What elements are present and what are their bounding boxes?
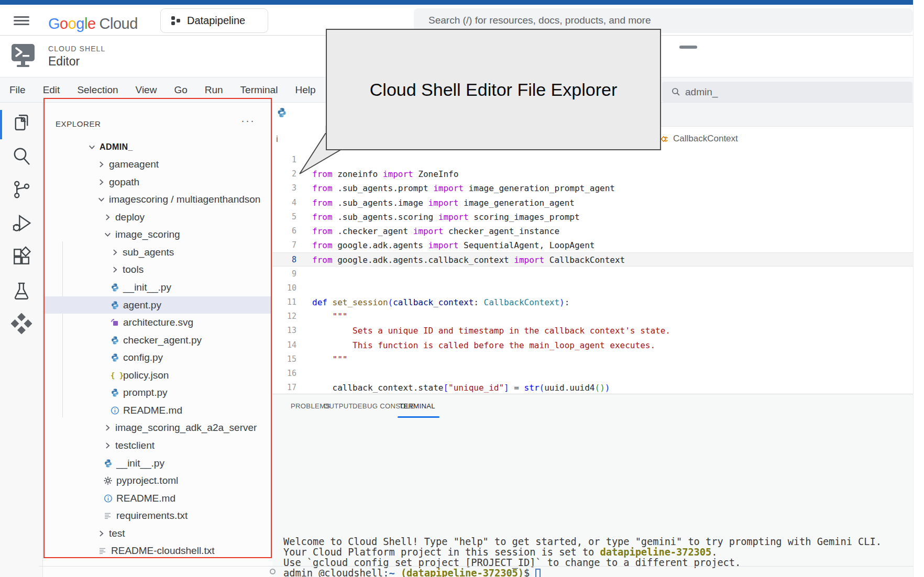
python-icon [277, 107, 287, 118]
tree-folder-imagescoring-multiagenthandson[interactable]: imagescoring / multiagenthandson [44, 191, 271, 208]
tree-file-checker-agent-py[interactable]: checker_agent.py [44, 331, 271, 349]
logo-letter: o [60, 15, 68, 32]
code-line-10[interactable]: 10 [272, 281, 913, 295]
tree-file-agent-py[interactable]: agent.py [44, 296, 271, 314]
code-line-3[interactable]: 3from .sub_agents.prompt import image_ge… [272, 181, 913, 195]
tree-file-readme-md[interactable]: README.md [44, 402, 271, 419]
explorer-files-icon[interactable] [11, 112, 32, 133]
line-number: 9 [272, 267, 296, 281]
code-line-9[interactable]: 9 [272, 267, 913, 281]
tree-folder-gameagent[interactable]: gameagent [44, 156, 271, 173]
active-view-indicator [0, 110, 2, 139]
bottom-panel: PROBLEMSOUTPUTDEBUG CONSOLETERMINAL Welc… [272, 394, 913, 577]
logo-cloud-text: Cloud [100, 15, 138, 32]
tree-file--init-py[interactable]: __init__.py [44, 279, 271, 296]
terminal-line-4: admin_@cloudshell:~ (datapipeline-372305… [283, 568, 541, 577]
cloud-shell-title: Editor [48, 54, 80, 69]
tree-folder-tools[interactable]: tools [44, 261, 271, 279]
menu-item-file[interactable]: File [9, 84, 26, 96]
chevron-right-icon [111, 266, 119, 274]
line-number: 14 [272, 338, 296, 352]
console-search-placeholder: Search (/) for resources, docs, products… [428, 15, 651, 26]
tree-file-requirements-txt[interactable]: requirements.txt [44, 507, 271, 525]
cloud-shell-eyebrow: CLOUD SHELL [48, 45, 105, 53]
code-line-16[interactable]: 16 [272, 367, 913, 381]
code-line-5[interactable]: 5from .sub_agents.scoring import scoring… [272, 210, 913, 224]
code-line-14[interactable]: 14 This function is called before the ma… [272, 338, 913, 352]
chevron-right-icon [97, 178, 105, 186]
find-input[interactable]: admin_ [662, 82, 912, 102]
tree-file-readme-md[interactable]: README.md [44, 490, 271, 507]
chevron-right-icon [97, 529, 105, 537]
chevron-down-icon [88, 143, 96, 151]
line-number: 6 [272, 224, 296, 238]
code-line-6[interactable]: 6from .checker_agent import checker_agen… [272, 224, 913, 238]
tree-folder-admin-[interactable]: ADMIN_ [44, 138, 271, 156]
line-number: 3 [272, 181, 296, 195]
menu-item-selection[interactable]: Selection [77, 84, 118, 96]
tree-folder-testclient[interactable]: testclient [44, 437, 271, 454]
chevron-right-icon [97, 161, 105, 169]
menu-item-run[interactable]: Run [205, 84, 223, 96]
tree-folder-image-scoring[interactable]: image_scoring [44, 226, 271, 243]
menu-item-go[interactable]: Go [174, 84, 187, 96]
tree-folder-image-scoring-adk-a2a-server[interactable]: image_scoring_adk_a2a_server [44, 419, 271, 437]
code-line-4[interactable]: 4from .sub_agents.image import image_gen… [272, 196, 913, 210]
search-icon[interactable] [11, 146, 32, 167]
tree-folder-sub-agents[interactable]: sub_agents [44, 243, 271, 261]
code-line-1[interactable]: 1 [272, 154, 913, 167]
source-control-icon[interactable] [11, 179, 32, 200]
tree-file--init-py[interactable]: __init__.py [44, 454, 271, 472]
menu-item-terminal[interactable]: Terminal [240, 84, 278, 96]
python-file-icon [111, 336, 119, 345]
code-editor[interactable]: 12from zoneinfo import ZoneInfo3from .su… [272, 154, 913, 394]
tree-file-policy-json[interactable]: { }policy.json [44, 367, 271, 384]
minimize-dash-icon[interactable] [679, 46, 697, 49]
code-line-12[interactable]: 12 """ [272, 309, 913, 324]
code-line-13[interactable]: 13 Sets a unique ID and timestamp in the… [272, 324, 913, 338]
tree-folder-test[interactable]: test [44, 525, 271, 542]
python-file-icon [111, 283, 119, 292]
menu-item-view[interactable]: View [136, 84, 157, 96]
logo-letter: g [76, 15, 84, 32]
chevron-right-icon [104, 424, 112, 432]
search-icon [672, 87, 680, 96]
project-icon [171, 16, 181, 26]
test-beaker-icon[interactable] [11, 281, 32, 302]
tree-file-prompt-py[interactable]: prompt.py [44, 384, 271, 402]
code-line-8[interactable]: 8from google.adk.agents.callback_context… [272, 252, 913, 267]
breadcrumb-symbol[interactable]: CallbackContext [661, 134, 738, 144]
code-line-17[interactable]: 17 callback_context.state["unique_id"] =… [272, 381, 913, 394]
code-line-11[interactable]: 11def set_session(callback_context: Call… [272, 295, 913, 309]
code-line-15[interactable]: 15 """ [272, 352, 913, 367]
tree-file-architecture-svg[interactable]: architecture.svg [44, 314, 271, 331]
run-and-debug-icon[interactable] [11, 213, 32, 234]
panel-tab-terminal[interactable]: TERMINAL [399, 402, 435, 410]
line-number: 10 [272, 281, 296, 295]
line-number: 8 [272, 253, 296, 267]
tree-folder-gopath[interactable]: gopath [44, 173, 271, 191]
hamburger-menu-icon[interactable] [14, 16, 29, 25]
code-line-2[interactable]: 2from zoneinfo import ZoneInfo [272, 167, 913, 181]
tree-folder-deploy[interactable]: deploy [44, 208, 271, 226]
tree-file-pyproject-toml[interactable]: pyproject.toml [44, 472, 271, 490]
chevron-down-icon [104, 231, 112, 239]
panel-tab-output[interactable]: OUTPUT [324, 402, 353, 410]
explorer-header: EXPLORER [56, 119, 101, 128]
gemini-diamonds-icon[interactable] [11, 313, 32, 334]
project-selector-button[interactable]: Datapipeline [160, 8, 268, 33]
tree-file-config-py[interactable]: config.py [44, 349, 271, 367]
explorer-more-actions-icon[interactable]: ··· [241, 114, 255, 127]
project-name: Datapipeline [187, 15, 245, 27]
activity-bar [0, 103, 43, 577]
code-line-7[interactable]: 7from google.adk.agents import Sequentia… [272, 238, 913, 252]
menu-item-help[interactable]: Help [295, 84, 315, 96]
python-file-icon [111, 353, 119, 362]
menu-item-edit[interactable]: Edit [43, 84, 60, 96]
tree-file-readme-cloudshell-txt[interactable]: README-cloudshell.txt [44, 542, 271, 560]
terminal-cursor [535, 569, 541, 577]
cloud-shell-icon [11, 43, 35, 70]
logo-letter: e [87, 15, 96, 32]
line-number: 11 [272, 295, 296, 309]
extensions-icon[interactable] [11, 246, 32, 267]
